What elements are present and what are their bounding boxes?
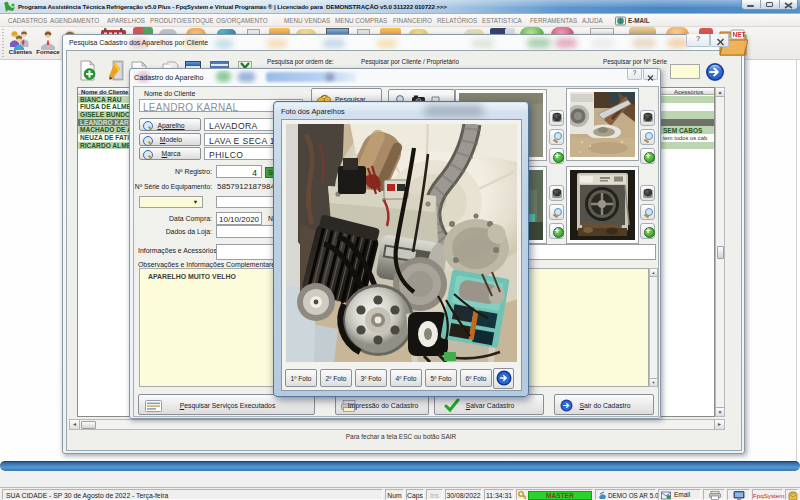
svg-text:NET: NET <box>733 31 746 38</box>
